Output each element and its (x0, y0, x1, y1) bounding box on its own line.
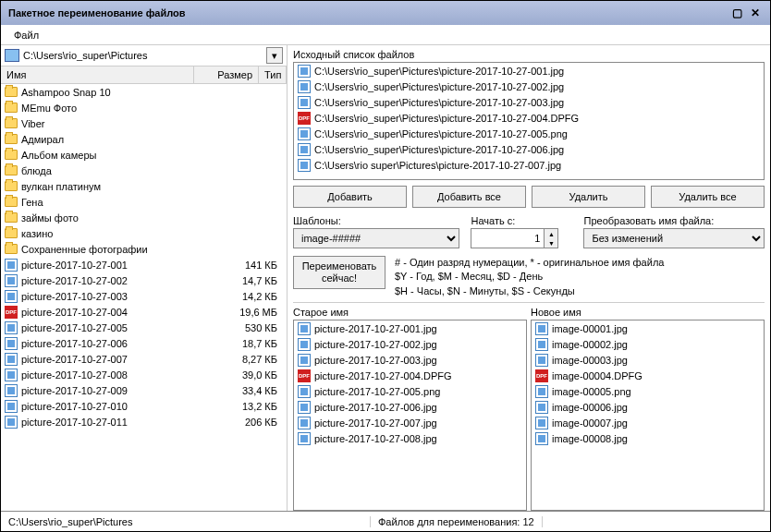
file-name: picture-2017-10-27-011 (21, 417, 227, 428)
list-item[interactable]: picture-2017-10-27-006.jpg (294, 399, 526, 415)
old-name-list[interactable]: picture-2017-10-27-001.jpgpicture-2017-1… (293, 320, 527, 511)
image-icon (5, 290, 18, 303)
menu-file[interactable]: Файл (8, 28, 44, 42)
list-item[interactable]: C:\Users\rio_super\Pictures\picture-2017… (294, 126, 764, 141)
list-item[interactable]: DPFC:\Users\rio_super\Pictures\picture-2… (294, 110, 764, 126)
file-name: picture-2017-10-27-002.jpg (314, 339, 437, 350)
new-name-list[interactable]: image-00001.jpgimage-00002.jpgimage-0000… (531, 320, 765, 511)
list-item[interactable]: вулкан платинум (1, 178, 287, 194)
list-item[interactable]: C:\Users\rio super\Pictures\picture-2017… (294, 157, 764, 173)
list-item[interactable]: Viber (1, 115, 287, 131)
list-item[interactable]: picture-2017-10-27-00314,2 КБ (1, 288, 287, 304)
add-all-button[interactable]: Добавить все (412, 186, 526, 208)
list-item[interactable]: Адмирал (1, 131, 287, 147)
file-name: picture-2017-10-27-004 (21, 307, 227, 318)
list-item[interactable]: image-00005.png (532, 383, 764, 399)
file-name: picture-2017-10-27-006 (21, 338, 227, 349)
list-item[interactable]: picture-2017-10-27-005.png (294, 383, 526, 399)
image-icon (298, 401, 311, 414)
list-item[interactable]: picture-2017-10-27-003.jpg (294, 352, 526, 368)
folder-icon (5, 227, 18, 240)
list-item[interactable]: picture-2017-10-27-001.jpg (294, 320, 526, 336)
file-size: 14,2 КБ (227, 291, 283, 302)
file-path: C:\Users\rio_super\Pictures\picture-2017… (314, 81, 564, 92)
list-item[interactable]: image-00002.jpg (532, 336, 764, 352)
list-item[interactable]: C:\Users\rio_super\Pictures\picture-2017… (294, 63, 764, 79)
case-select[interactable]: Без изменений (583, 228, 765, 248)
spin-down-icon[interactable]: ▼ (545, 238, 557, 248)
list-item[interactable]: Ashampoo Snap 10 (1, 84, 287, 100)
list-item[interactable]: Сохраненные фотографии (1, 241, 287, 257)
list-item[interactable]: DPFpicture-2017-10-27-004.DPFG (294, 368, 526, 383)
file-name: Адмирал (21, 134, 283, 145)
list-item[interactable]: займы фото (1, 210, 287, 225)
list-item[interactable]: picture-2017-10-27-011206 КБ (1, 414, 287, 429)
image-icon (298, 159, 311, 172)
template-select[interactable]: image-##### (293, 228, 459, 248)
file-name: займы фото (21, 212, 283, 224)
path-dropdown-icon[interactable]: ▾ (266, 47, 283, 64)
image-icon (535, 401, 548, 414)
list-item[interactable]: image-00001.jpg (532, 320, 764, 336)
list-item[interactable]: image-00006.jpg (532, 399, 764, 415)
list-item[interactable]: image-00007.jpg (532, 415, 764, 430)
list-item[interactable]: MEmu Фото (1, 100, 287, 115)
list-item[interactable]: picture-2017-10-27-0078,27 КБ (1, 351, 287, 367)
list-item[interactable]: DPFpicture-2017-10-27-00419,6 МБ (1, 304, 287, 320)
list-item[interactable]: picture-2017-10-27-00933,4 КБ (1, 382, 287, 398)
file-list[interactable]: Ashampoo Snap 10MEmu ФотоViberАдмиралАль… (1, 84, 287, 511)
source-list[interactable]: C:\Users\rio_super\Pictures\picture-2017… (293, 62, 765, 180)
list-item[interactable]: picture-2017-10-27-007.jpg (294, 415, 526, 430)
list-item[interactable]: C:\Users\rio_super\Pictures\picture-2017… (294, 94, 764, 110)
delete-all-button[interactable]: Удалить все (651, 186, 765, 208)
delete-button[interactable]: Удалить (532, 186, 645, 208)
file-name: image-00001.jpg (552, 323, 628, 334)
close-icon[interactable]: ✕ (748, 6, 763, 20)
col-name[interactable]: Имя (1, 66, 194, 83)
list-item[interactable]: picture-2017-10-27-005530 КБ (1, 320, 287, 335)
legend: # - Один разряд нумерации, * - оригиналь… (395, 256, 664, 298)
list-item[interactable]: image-00003.jpg (532, 352, 764, 368)
list-item[interactable]: казино (1, 225, 287, 241)
col-type[interactable]: Тип (259, 66, 287, 83)
list-item[interactable]: picture-2017-10-27-00618,7 КБ (1, 335, 287, 351)
maximize-icon[interactable]: ▢ (729, 6, 744, 20)
file-name: Гена (21, 197, 283, 208)
start-label: Начать с: (471, 215, 572, 226)
status-count: Файлов для переименования: 12 (371, 516, 543, 527)
window-title: Пакетное переименование файлов (8, 7, 726, 18)
image-icon (298, 65, 311, 78)
right-panel: Исходный список файлов C:\Users\rio_supe… (288, 45, 770, 511)
list-item[interactable]: picture-2017-10-27-002.jpg (294, 336, 526, 352)
list-item[interactable]: image-00008.jpg (532, 430, 764, 446)
titlebar[interactable]: Пакетное переименование файлов ▢ ✕ (1, 1, 770, 25)
list-item[interactable]: Гена (1, 194, 287, 210)
list-item[interactable]: picture-2017-10-27-00214,7 КБ (1, 272, 287, 288)
image-icon (5, 400, 18, 413)
col-size[interactable]: Размер (194, 66, 259, 83)
file-name: Сохраненные фотографии (21, 244, 283, 255)
path-input[interactable] (23, 50, 266, 61)
image-icon (535, 432, 548, 445)
dpf-icon: DPF (5, 306, 18, 319)
list-item[interactable]: DPFimage-00004.DPFG (532, 368, 764, 383)
file-name: picture-2017-10-27-001 (21, 260, 227, 271)
list-item[interactable]: picture-2017-10-27-001141 КБ (1, 257, 287, 272)
list-item[interactable]: блюда (1, 163, 287, 178)
list-item[interactable]: C:\Users\rio_super\Pictures\picture-2017… (294, 79, 764, 94)
spin-up-icon[interactable]: ▲ (545, 229, 557, 238)
list-item[interactable]: picture-2017-10-27-00839,0 КБ (1, 367, 287, 382)
list-item[interactable]: picture-2017-10-27-01013,2 КБ (1, 398, 287, 414)
file-name: picture-2017-10-27-007.jpg (314, 417, 437, 429)
rename-now-button[interactable]: Переименовать сейчас! (293, 256, 386, 289)
image-icon (298, 338, 311, 351)
list-item[interactable]: Альбом камеры (1, 147, 287, 163)
list-item[interactable]: C:\Users\rio_super\Pictures\picture-2017… (294, 141, 764, 157)
start-input[interactable] (471, 228, 545, 248)
image-icon (5, 259, 18, 272)
file-size: 19,6 МБ (227, 307, 283, 318)
add-button[interactable]: Добавить (293, 186, 407, 208)
dpf-icon: DPF (535, 369, 548, 382)
list-item[interactable]: picture-2017-10-27-008.jpg (294, 430, 526, 446)
preview-area: Старое имя picture-2017-10-27-001.jpgpic… (293, 302, 765, 511)
